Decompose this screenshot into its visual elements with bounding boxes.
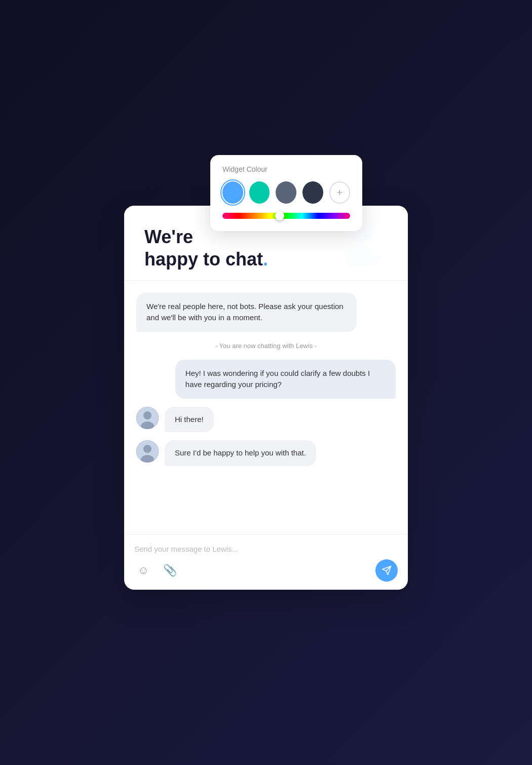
agent-message-row-1: Hi there!	[136, 407, 396, 433]
send-icon	[382, 565, 392, 576]
svg-point-3	[143, 411, 151, 419]
chat-body: We're real people here, not bots. Please…	[124, 281, 408, 534]
header-title-line2: happy to chat	[144, 249, 263, 270]
message-agent-hi-there: Hi there!	[165, 407, 214, 433]
svg-point-1	[344, 244, 381, 266]
color-picker-title: Widget Colour	[222, 165, 350, 173]
chat-input-area: Send your message to Lewis... ☺ 📎	[124, 534, 408, 590]
attach-button[interactable]: 📎	[161, 561, 179, 580]
chat-input-placeholder[interactable]: Send your message to Lewis...	[134, 543, 398, 559]
message-user-pricing: Hey! I was wondering if you could clarif…	[175, 360, 396, 399]
header-title-dot: .	[263, 249, 268, 270]
color-swatch-teal[interactable]	[249, 181, 270, 204]
agent-message-row-2: Sure I'd be happy to help you with that.	[136, 440, 396, 466]
chat-input-icons: ☺ 📎	[134, 561, 179, 580]
chat-widget: We're happy to chat. We're real people h…	[124, 206, 408, 589]
send-button[interactable]	[375, 559, 398, 582]
system-message: - You are now chatting with Lewis -	[136, 340, 396, 352]
message-bot-intro: We're real people here, not bots. Please…	[136, 293, 357, 332]
color-swatch-add-button[interactable]: +	[329, 181, 350, 204]
color-slider-thumb[interactable]	[275, 211, 284, 220]
color-swatch-dark[interactable]	[302, 181, 323, 204]
color-slider[interactable]	[222, 213, 350, 219]
color-swatches: +	[222, 181, 350, 204]
message-agent-happy-help: Sure I'd be happy to help you with that.	[165, 440, 316, 466]
color-picker-popup: Widget Colour +	[210, 155, 362, 231]
attach-icon: 📎	[163, 564, 177, 577]
emoji-icon: ☺	[138, 564, 149, 577]
color-swatch-slate[interactable]	[276, 181, 296, 204]
agent-avatar-1	[136, 407, 159, 429]
svg-point-6	[143, 445, 151, 453]
chat-input-actions: ☺ 📎	[134, 559, 398, 582]
header-title-line1: We're	[144, 226, 193, 247]
color-swatch-blue[interactable]	[222, 181, 243, 204]
agent-avatar-2	[136, 440, 159, 463]
emoji-button[interactable]: ☺	[134, 561, 153, 580]
